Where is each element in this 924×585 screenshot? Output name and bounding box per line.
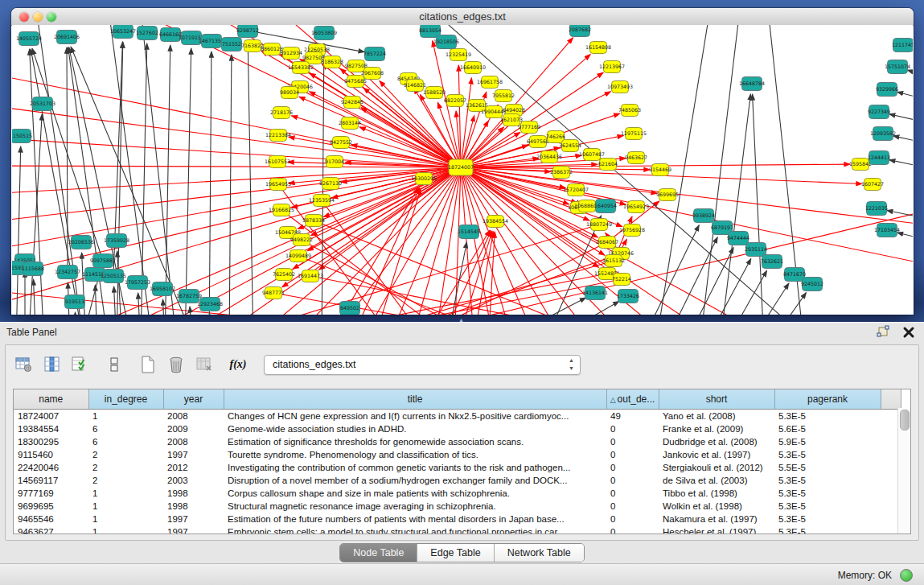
graph-node[interactable]: 9474444: [727, 232, 749, 245]
panel-resize-handle[interactable]: ▲: [458, 317, 466, 322]
table-cell[interactable]: 49: [606, 410, 659, 423]
table-cell[interactable]: 2: [88, 448, 163, 461]
table-cell[interactable]: 5.3E-5: [774, 448, 881, 461]
table-cell[interactable]: 0: [606, 474, 659, 487]
table-cell[interactable]: 1: [88, 500, 163, 513]
table-cell[interactable]: Changes of HCN gene expression and I(f) …: [224, 410, 606, 423]
black-edge[interactable]: [114, 286, 117, 315]
table-cell[interactable]: 0: [606, 513, 659, 525]
graph-node[interactable]: 10653247: [110, 25, 136, 39]
graph-node[interactable]: 15751074: [885, 60, 910, 74]
black-edge[interactable]: [889, 114, 913, 125]
table-cell[interactable]: Disruption of a novel member of a sodium…: [224, 474, 606, 487]
table-row[interactable]: 1938455462009Genome-wide association stu…: [14, 422, 901, 435]
black-edge[interactable]: [16, 146, 21, 315]
network-window-titlebar[interactable]: citations_edges.txt: [11, 8, 914, 26]
table-cell[interactable]: Dudbridge et al. (2008): [659, 435, 774, 448]
graph-node[interactable]: 8427552: [330, 137, 352, 149]
red-edge[interactable]: [372, 188, 421, 315]
table-cell[interactable]: Hescheler et al. (1997): [659, 525, 774, 534]
graph-node[interactable]: 20531703: [30, 97, 55, 111]
graph-node[interactable]: 1221035: [865, 202, 888, 216]
graph-node[interactable]: 19654955: [265, 179, 291, 191]
table-row[interactable]: 1872400712008Changes of HCN gene express…: [14, 410, 901, 423]
black-edge[interactable]: [138, 293, 141, 315]
table-cell[interactable]: 2012: [163, 461, 224, 474]
scrollbar-thumb[interactable]: [900, 410, 910, 431]
table-cell[interactable]: 5.5E-5: [774, 461, 881, 474]
table-cell[interactable]: 0: [606, 500, 659, 513]
graph-node[interactable]: 2803144: [339, 117, 361, 130]
graph-node[interactable]: 10973493: [607, 81, 633, 93]
graph-node[interactable]: 12975115: [621, 128, 647, 140]
table-cell[interactable]: 19384554: [14, 422, 88, 435]
table-cell[interactable]: Wolkin et al. (1998): [659, 500, 774, 513]
graph-node[interactable]: 8186328: [321, 56, 343, 68]
graph-node[interactable]: 17359928: [104, 234, 129, 248]
graph-node[interactable]: 1640954: [594, 200, 617, 213]
graph-node[interactable]: 8267130: [319, 178, 342, 190]
table-cell[interactable]: 18724007: [14, 410, 88, 423]
graph-node[interactable]: 16154808: [585, 42, 611, 54]
column-header-year[interactable]: year: [163, 389, 224, 410]
table-cell[interactable]: 1: [88, 513, 163, 525]
table-cell[interactable]: 1997: [163, 448, 224, 461]
table-cell[interactable]: Tibbo et al. (1998): [659, 487, 774, 500]
table-cell[interactable]: 5.3E-5: [774, 525, 881, 534]
graph-node[interactable]: 9777169: [518, 122, 540, 134]
red-edge[interactable]: [197, 225, 599, 315]
graph-node[interactable]: 9242845: [341, 97, 363, 109]
function-builder-button[interactable]: f(x): [228, 355, 248, 374]
table-row[interactable]: 911546021997Tourette syndrome. Phenomeno…: [14, 448, 901, 461]
graph-node[interactable]: 2684067: [596, 237, 618, 249]
table-cell[interactable]: Tourette syndrome. Phenomenology and cla…: [224, 448, 606, 461]
graph-node[interactable]: 917004: [325, 156, 344, 168]
graph-node[interactable]: 2087682: [569, 25, 591, 37]
graph-node[interactable]: 1211745: [892, 39, 913, 52]
graph-node[interactable]: 2718176: [270, 107, 293, 119]
graph-node[interactable]: 12923468: [197, 298, 223, 311]
graph-node[interactable]: 7857224: [363, 47, 386, 61]
red-edge[interactable]: [322, 200, 430, 315]
table-cell[interactable]: Franke et al. (2009): [659, 422, 774, 435]
black-edge[interactable]: [229, 55, 232, 315]
table-cell[interactable]: Investigating the contribution of common…: [224, 461, 606, 474]
table-cell[interactable]: Yano et al. (2008): [659, 410, 774, 423]
table-cell[interactable]: 0: [606, 448, 659, 461]
graph-node[interactable]: 20691406: [54, 31, 80, 44]
table-cell[interactable]: 2008: [163, 435, 224, 448]
table-cell[interactable]: 0: [606, 422, 659, 435]
table-cell[interactable]: 9699695: [14, 500, 88, 513]
graph-node[interactable]: 752214: [612, 274, 631, 286]
column-header-name[interactable]: name: [14, 389, 88, 410]
red-edge[interactable]: [461, 78, 471, 167]
graph-node[interactable]: 19756928: [619, 225, 645, 237]
table-cell[interactable]: 1: [88, 525, 163, 534]
black-edge[interactable]: [34, 279, 36, 315]
graph-node[interactable]: 12213967: [599, 61, 625, 73]
network-graph[interactable]: 1872400771638228860128891293422260538982…: [12, 25, 913, 315]
delete-column-button-disabled[interactable]: [195, 355, 214, 374]
graph-node[interactable]: 14671358: [199, 35, 224, 48]
black-edge[interactable]: [889, 160, 913, 170]
graph-node[interactable]: 15720407: [563, 184, 589, 196]
red-edge[interactable]: [12, 166, 461, 167]
graph-node[interactable]: 1150515: [12, 130, 32, 143]
graph-node[interactable]: 9487771: [262, 287, 285, 299]
column-header-short[interactable]: short: [659, 389, 774, 410]
graph-node[interactable]: 14136141: [582, 286, 608, 300]
graph-node[interactable]: 17103454: [874, 224, 900, 237]
graph-node[interactable]: 1615132: [602, 255, 625, 267]
table-cell[interactable]: 2008: [163, 410, 224, 423]
table-cell[interactable]: Structural magnetic resonance image aver…: [224, 500, 606, 513]
table-cell[interactable]: 2009: [163, 422, 224, 435]
tab-node-table[interactable]: Node Table: [340, 544, 417, 562]
table-cell[interactable]: 1997: [163, 513, 224, 525]
table-cell[interactable]: 9777169: [14, 487, 88, 500]
table-cell[interactable]: 1: [88, 410, 163, 423]
graph-node[interactable]: 3624554: [559, 140, 581, 152]
table-row[interactable]: 946554611997Estimation of the future num…: [14, 513, 901, 525]
graph-node[interactable]: 16914473: [298, 270, 323, 282]
black-edge[interactable]: [141, 43, 147, 315]
black-edge[interactable]: [748, 283, 789, 315]
